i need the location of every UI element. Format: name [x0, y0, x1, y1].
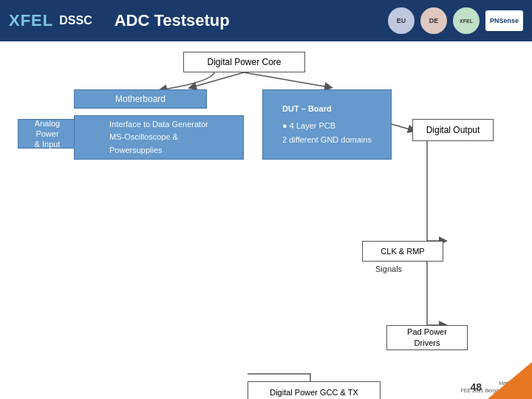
logo-pnsense: PNSense [485, 10, 523, 31]
signals-label: Signals [375, 265, 402, 273]
digital-power-core-box: Digital Power Core [183, 52, 305, 72]
digital-gcc-box: Digital Power GCC & TX [248, 381, 381, 399]
digital-power-core-label: Digital Power Core [207, 57, 281, 67]
analog-power-box: Analog Power & Input [18, 119, 77, 149]
clk-rmp-box: CLK & RMP [362, 241, 443, 262]
analog-power-label: Analog Power & Input [24, 118, 70, 150]
clk-rmp-label: CLK & RMP [381, 247, 424, 256]
interface-label: Interface to Data Generator MS-Oscillosc… [109, 118, 208, 157]
dut-board-line2: 2 different GND domains [282, 133, 372, 147]
page-title: ADC Testsetup [115, 11, 388, 30]
dut-board-box: DUT – Board ● 4 Layer PCB 2 different GN… [262, 89, 392, 160]
logo-eu: EU [388, 7, 415, 34]
main-content: Digital Power Core Motherboard Analog Po… [0, 41, 532, 399]
motherboard-box: Motherboard [74, 89, 207, 109]
digital-output-label: Digital Output [426, 125, 480, 135]
motherboard-label: Motherboard [115, 94, 166, 104]
digital-gcc-label: Digital Power GCC & TX [270, 388, 358, 397]
dut-board-title: DUT – Board [282, 102, 372, 116]
pad-power-sub: Drivers [415, 338, 440, 349]
svg-line-0 [192, 72, 244, 87]
logo-xfel: XFEL [453, 7, 480, 34]
logo-desy: DE [420, 7, 447, 34]
pad-power-box: Pad Power Drivers [386, 325, 468, 350]
dssc-label: DSSC [59, 14, 92, 27]
header-logos: EU DE XFEL PNSense [388, 7, 523, 34]
svg-line-1 [244, 72, 329, 87]
dut-board-line1: ● 4 Layer PCB [282, 119, 372, 133]
interface-box: Interface to Data Generator MS-Oscillosc… [74, 115, 244, 160]
pad-power-title: Pad Power [407, 327, 447, 338]
digital-output-box: Digital Output [412, 119, 494, 141]
svg-line-3 [392, 124, 412, 130]
header: XFEL DSSC ADC Testsetup EU DE XFEL PNSen… [0, 0, 532, 41]
xfel-logo: XFEL [9, 13, 53, 29]
